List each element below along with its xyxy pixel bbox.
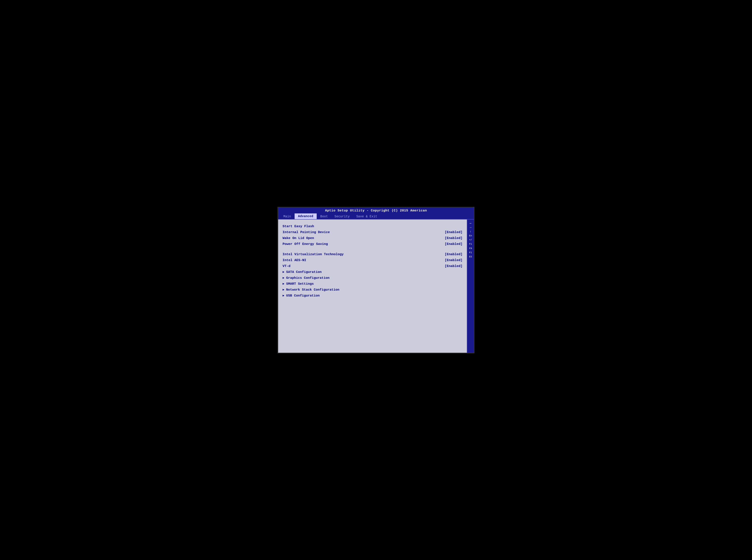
menu-value: [Enabled]: [445, 236, 462, 240]
sidebar-key-f9: F9: [469, 247, 472, 250]
menu-label: Wake On Lid Open: [283, 236, 314, 240]
menu-label: Power Off Energy Saving: [283, 242, 328, 246]
content-area: Start Easy Flash Internal Pointing Devic…: [278, 220, 474, 353]
menu-label: ► SMART Settings: [283, 282, 314, 286]
tab-security[interactable]: Security: [331, 214, 353, 219]
arrow-icon: ►: [283, 288, 284, 292]
menu-label: VT-d: [283, 264, 290, 268]
list-item[interactable]: Power Off Energy Saving [Enabled]: [283, 241, 462, 247]
tab-main[interactable]: Main: [281, 214, 294, 219]
list-item[interactable]: ► SATA Configuration: [283, 269, 462, 275]
list-item[interactable]: Wake On Lid Open [Enabled]: [283, 235, 462, 241]
sidebar-key-f10: F1: [469, 251, 472, 254]
bios-title: Aptio Setup Utility - Copyright (C) 2015…: [278, 209, 474, 213]
menu-label: ► Network Stack Configuration: [283, 288, 339, 292]
list-item[interactable]: ► Network Stack Configuration: [283, 287, 462, 293]
header-bar: Aptio Setup Utility - Copyright (C) 2015…: [278, 207, 474, 220]
sidebar-key-arrow-right: →: [470, 226, 471, 229]
list-item[interactable]: ► Graphics Configuration: [283, 275, 462, 281]
menu-label: ► SATA Configuration: [283, 270, 322, 274]
sidebar-key-esc: ES: [469, 255, 472, 258]
sidebar-key-minus: —: [470, 222, 471, 225]
menu-label: Internal Pointing Device: [283, 231, 330, 234]
arrow-icon: ►: [283, 294, 284, 297]
right-sidebar: — → ↑ En +/ F1 F9 F1 ES: [467, 220, 474, 353]
sidebar-key-f1: F1: [469, 242, 472, 246]
menu-value: [Enabled]: [445, 253, 462, 256]
menu-label: Intel Virtualization Technology: [283, 253, 344, 256]
menu-label: Intel AES-NI: [283, 258, 306, 262]
arrow-icon: ►: [283, 282, 284, 285]
list-item[interactable]: Intel AES-NI [Enabled]: [283, 257, 462, 263]
tab-advanced[interactable]: Advanced: [294, 214, 317, 219]
menu-value: [Enabled]: [445, 242, 462, 246]
menu-label: ► Graphics Configuration: [283, 276, 329, 280]
spacer: [283, 247, 462, 252]
sidebar-key-enter: En: [469, 234, 472, 238]
main-panel: Start Easy Flash Internal Pointing Devic…: [278, 220, 467, 353]
arrow-icon: ►: [283, 276, 284, 280]
sidebar-key-arrow-up: ↑: [470, 230, 471, 233]
menu-value: [Enabled]: [445, 231, 462, 234]
tab-boot[interactable]: Boot: [317, 214, 331, 219]
list-item[interactable]: Internal Pointing Device [Enabled]: [283, 229, 462, 235]
menu-value: [Enabled]: [445, 258, 462, 262]
list-item[interactable]: VT-d [Enabled]: [283, 263, 462, 269]
bios-screen: Aptio Setup Utility - Copyright (C) 2015…: [277, 207, 475, 353]
list-item[interactable]: Intel Virtualization Technology [Enabled…: [283, 252, 462, 257]
menu-label: Start Easy Flash: [283, 224, 314, 228]
menu-value: [Enabled]: [445, 264, 462, 268]
arrow-icon: ►: [283, 270, 284, 274]
nav-tabs: Main Advanced Boot Security Save & Exit: [278, 214, 474, 219]
tab-save-exit[interactable]: Save & Exit: [353, 214, 380, 219]
list-item[interactable]: Start Easy Flash: [283, 223, 462, 229]
sidebar-key-plusminus: +/: [469, 238, 472, 242]
list-item[interactable]: ► USB Configuration: [283, 293, 462, 299]
menu-label: ► USB Configuration: [283, 294, 320, 298]
list-item[interactable]: ► SMART Settings: [283, 281, 462, 287]
